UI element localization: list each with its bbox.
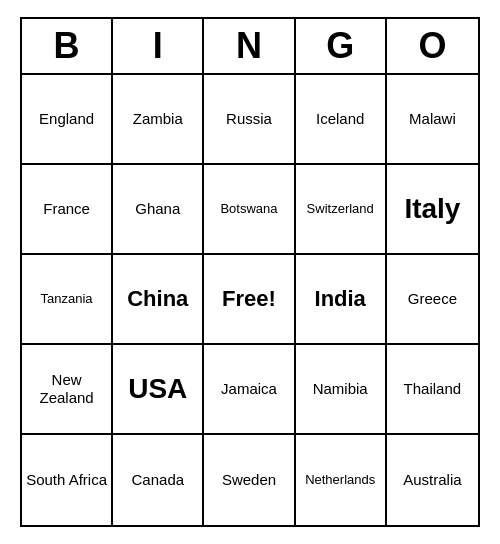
cell-label: China bbox=[127, 286, 188, 312]
bingo-cell: Namibia bbox=[296, 345, 387, 435]
bingo-cell: Greece bbox=[387, 255, 478, 345]
cell-label: India bbox=[315, 286, 366, 312]
bingo-cell: Tanzania bbox=[22, 255, 113, 345]
bingo-cell: Italy bbox=[387, 165, 478, 255]
cell-label: France bbox=[43, 200, 90, 218]
cell-label: Canada bbox=[132, 471, 185, 489]
bingo-cell: Australia bbox=[387, 435, 478, 525]
bingo-cell: Free! bbox=[204, 255, 295, 345]
bingo-grid: EnglandZambiaRussiaIcelandMalawiFranceGh… bbox=[22, 75, 478, 525]
cell-label: Iceland bbox=[316, 110, 364, 128]
cell-label: Australia bbox=[403, 471, 461, 489]
bingo-card: BINGO EnglandZambiaRussiaIcelandMalawiFr… bbox=[20, 17, 480, 527]
bingo-cell: Zambia bbox=[113, 75, 204, 165]
cell-label: Tanzania bbox=[41, 291, 93, 307]
cell-label: USA bbox=[128, 372, 187, 406]
bingo-cell: France bbox=[22, 165, 113, 255]
bingo-cell: England bbox=[22, 75, 113, 165]
bingo-header-letter: N bbox=[204, 19, 295, 73]
bingo-cell: Netherlands bbox=[296, 435, 387, 525]
bingo-cell: China bbox=[113, 255, 204, 345]
cell-label: South Africa bbox=[26, 471, 107, 489]
cell-label: Ghana bbox=[135, 200, 180, 218]
bingo-header-letter: G bbox=[296, 19, 387, 73]
cell-label: Greece bbox=[408, 290, 457, 308]
cell-label: Namibia bbox=[313, 380, 368, 398]
cell-label: Free! bbox=[222, 286, 276, 312]
bingo-cell: Sweden bbox=[204, 435, 295, 525]
bingo-cell: Botswana bbox=[204, 165, 295, 255]
cell-label: Zambia bbox=[133, 110, 183, 128]
cell-label: Botswana bbox=[220, 201, 277, 217]
bingo-cell: Jamaica bbox=[204, 345, 295, 435]
cell-label: Thailand bbox=[404, 380, 462, 398]
cell-label: Italy bbox=[404, 192, 460, 226]
cell-label: Russia bbox=[226, 110, 272, 128]
cell-label: Malawi bbox=[409, 110, 456, 128]
cell-label: New Zealand bbox=[26, 371, 107, 407]
cell-label: Sweden bbox=[222, 471, 276, 489]
cell-label: Switzerland bbox=[307, 201, 374, 217]
cell-label: Jamaica bbox=[221, 380, 277, 398]
bingo-header-letter: I bbox=[113, 19, 204, 73]
bingo-cell: New Zealand bbox=[22, 345, 113, 435]
bingo-header-letter: O bbox=[387, 19, 478, 73]
bingo-cell: Canada bbox=[113, 435, 204, 525]
cell-label: Netherlands bbox=[305, 472, 375, 488]
cell-label: England bbox=[39, 110, 94, 128]
bingo-header: BINGO bbox=[22, 19, 478, 75]
bingo-header-letter: B bbox=[22, 19, 113, 73]
bingo-cell: India bbox=[296, 255, 387, 345]
bingo-cell: South Africa bbox=[22, 435, 113, 525]
bingo-cell: Russia bbox=[204, 75, 295, 165]
bingo-cell: Switzerland bbox=[296, 165, 387, 255]
bingo-cell: Iceland bbox=[296, 75, 387, 165]
bingo-cell: USA bbox=[113, 345, 204, 435]
bingo-cell: Thailand bbox=[387, 345, 478, 435]
bingo-cell: Malawi bbox=[387, 75, 478, 165]
bingo-cell: Ghana bbox=[113, 165, 204, 255]
